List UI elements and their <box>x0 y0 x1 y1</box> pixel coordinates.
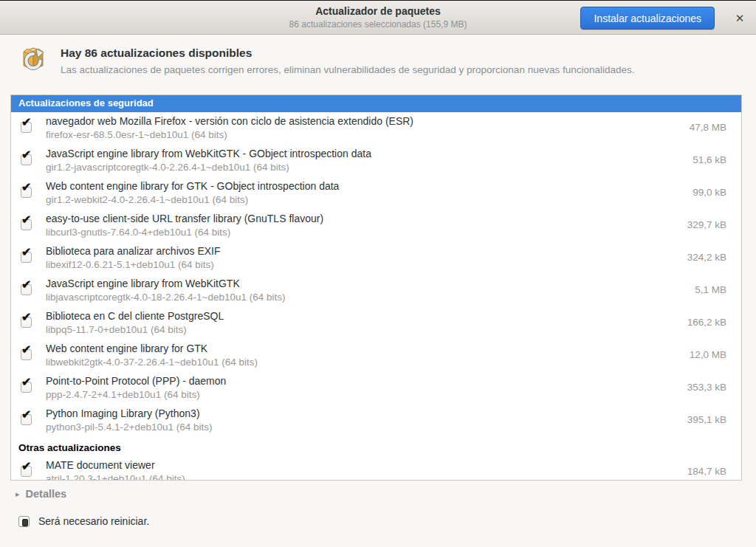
package-texts: Point-to-Point Protocol (PPP) - daemonpp… <box>46 375 660 400</box>
package-version: libcurl3-gnutls-7.64.0-4+deb10u1 (64 bit… <box>46 227 660 238</box>
package-version: libexif12-0.6.21-5.1+deb10u1 (64 bits) <box>46 259 660 270</box>
package-summary: Web content engine library for GTK <box>46 343 660 354</box>
update-checkbox[interactable]: ✔ <box>21 349 32 360</box>
details-label: Detalles <box>26 488 67 500</box>
package-version: ppp-2.4.7-2+4.1+deb10u1 (64 bits) <box>46 389 660 400</box>
package-size: 395,1 kB <box>687 414 726 425</box>
checkmark-icon: ✔ <box>21 182 31 193</box>
checkmark-icon: ✔ <box>21 344 31 356</box>
update-checkbox[interactable]: ✔ <box>21 284 32 295</box>
update-row[interactable]: ✔JavaScript engine library from WebKitGT… <box>11 275 741 307</box>
package-version: libpq5-11.7-0+deb10u1 (64 bits) <box>46 324 660 335</box>
package-texts: easy-to-use client-side URL transfer lib… <box>46 213 660 238</box>
updates-list: Actualizaciones de seguridad✔navegador w… <box>10 94 742 481</box>
update-checkbox[interactable]: ✔ <box>21 154 32 165</box>
update-row[interactable]: ✔Biblioteca para analizar archivos EXIFl… <box>11 242 741 275</box>
section-header: Actualizaciones de seguridad <box>11 95 741 112</box>
section-header: Otras actualizaciones <box>11 437 741 456</box>
package-version: libwebkit2gtk-4.0-37-2.26.4-1~deb10u1 (6… <box>46 357 660 368</box>
restart-notice-row: Será necesario reiniciar. <box>18 515 149 527</box>
intro-header: Hay 86 actualizaciones disponibles Las a… <box>18 45 635 76</box>
checkmark-icon: ✔ <box>21 117 31 128</box>
checkmark-icon: ✔ <box>21 279 31 291</box>
package-summary: Point-to-Point Protocol (PPP) - daemon <box>46 375 660 387</box>
update-checkbox[interactable]: ✔ <box>21 252 32 263</box>
package-size: 184,7 kB <box>687 466 726 477</box>
package-version: python3-pil-5.4.1-2+deb10u1 (64 bits) <box>46 422 660 433</box>
package-summary: Python Imaging Library (Python3) <box>46 407 660 419</box>
package-size: 324,2 kB <box>687 252 726 263</box>
update-checkbox[interactable]: ✔ <box>21 187 32 198</box>
package-summary: Biblioteca en C del cliente PostgreSQL <box>46 310 660 322</box>
package-version: atril-1.20.3-1+deb10u1 (64 bits) <box>46 473 660 481</box>
package-size: 353,3 kB <box>687 382 726 393</box>
titlebar: Actualizador de paquetes 86 actualizacio… <box>0 0 756 35</box>
package-version: firefox-esr-68.5.0esr-1~deb10u1 (64 bits… <box>46 129 660 140</box>
package-texts: MATE document vieweratril-1.20.3-1+deb10… <box>46 459 660 481</box>
package-summary: easy-to-use client-side URL transfer lib… <box>46 213 660 224</box>
package-texts: navegador web Mozilla Firefox - versión … <box>46 115 660 140</box>
update-checkbox[interactable]: ✔ <box>21 466 32 477</box>
package-size: 99,0 kB <box>693 187 726 198</box>
package-size: 329,7 kB <box>687 219 726 230</box>
update-checkbox[interactable]: ✔ <box>21 382 32 393</box>
package-texts: Biblioteca en C del cliente PostgreSQLli… <box>46 310 660 335</box>
update-row[interactable]: ✔MATE document vieweratril-1.20.3-1+deb1… <box>11 456 741 481</box>
package-summary: navegador web Mozilla Firefox - versión … <box>46 115 660 127</box>
package-summary: Biblioteca para analizar archivos EXIF <box>46 245 660 257</box>
package-size: 166,2 kB <box>687 317 726 328</box>
checkmark-icon: ✔ <box>21 376 31 388</box>
update-row[interactable]: ✔Web content engine library for GTKlibwe… <box>11 340 741 372</box>
close-icon: ✕ <box>735 12 745 24</box>
package-version: gir1.2-javascriptcoregtk-4.0-2.26.4-1~de… <box>46 162 660 173</box>
package-summary: JavaScript engine library from WebKitGTK… <box>46 148 660 159</box>
restart-required-icon <box>18 516 30 527</box>
update-checkbox[interactable]: ✔ <box>21 219 32 230</box>
package-size: 51,6 kB <box>693 154 726 165</box>
package-texts: JavaScript engine library from WebKitGTK… <box>46 148 660 173</box>
checkmark-icon: ✔ <box>21 461 31 472</box>
package-summary: Web content engine library for GTK - GOb… <box>46 180 660 192</box>
checkmark-icon: ✔ <box>21 214 31 226</box>
update-row[interactable]: ✔easy-to-use client-side URL transfer li… <box>11 210 741 242</box>
package-texts: Biblioteca para analizar archivos EXIFli… <box>46 245 660 270</box>
package-texts: JavaScript engine library from WebKitGTK… <box>46 278 660 303</box>
updates-description: Las actualizaciones de paquetes corrigen… <box>61 64 635 75</box>
restart-notice: Será necesario reiniciar. <box>38 515 149 527</box>
checkmark-icon: ✔ <box>21 312 31 323</box>
package-version: libjavascriptcoregtk-4.0-18-2.26.4-1~deb… <box>46 292 660 303</box>
package-summary: JavaScript engine library from WebKitGTK <box>46 278 660 289</box>
update-checkbox[interactable]: ✔ <box>21 122 32 133</box>
update-row[interactable]: ✔JavaScript engine library from WebKitGT… <box>11 145 741 177</box>
package-size: 5,1 MB <box>695 284 726 295</box>
update-row[interactable]: ✔Python Imaging Library (Python3)python3… <box>11 405 741 437</box>
update-row[interactable]: ✔Point-to-Point Protocol (PPP) - daemonp… <box>11 372 741 405</box>
expander-arrow-icon: ▸ <box>16 489 20 499</box>
package-texts: Web content engine library for GTK - GOb… <box>46 180 660 205</box>
package-size: 47,8 MB <box>690 122 726 133</box>
update-row[interactable]: ✔Biblioteca en C del cliente PostgreSQLl… <box>11 307 741 340</box>
package-version: gir1.2-webkit2-4.0-2.26.4-1~deb10u1 (64 … <box>46 194 660 205</box>
intro-text: Hay 86 actualizaciones disponibles Las a… <box>61 47 635 75</box>
package-texts: Python Imaging Library (Python3)python3-… <box>46 407 660 433</box>
checkmark-icon: ✔ <box>21 409 31 421</box>
checkmark-icon: ✔ <box>21 247 31 258</box>
package-summary: MATE document viewer <box>46 459 660 471</box>
update-row[interactable]: ✔navegador web Mozilla Firefox - versión… <box>11 112 741 145</box>
close-button[interactable]: ✕ <box>730 9 749 28</box>
update-checkbox[interactable]: ✔ <box>21 414 32 425</box>
details-expander[interactable]: ▸ Detalles <box>16 488 66 500</box>
package-texts: Web content engine library for GTKlibweb… <box>46 343 660 368</box>
update-checkbox[interactable]: ✔ <box>21 317 32 328</box>
package-size: 12,0 MB <box>690 349 726 360</box>
update-row[interactable]: ✔Web content engine library for GTK - GO… <box>11 177 741 210</box>
updates-available-heading: Hay 86 actualizaciones disponibles <box>61 47 635 60</box>
software-update-icon <box>18 45 48 76</box>
install-updates-button[interactable]: Instalar actualizaciones <box>580 7 715 30</box>
checkmark-icon: ✔ <box>21 149 31 161</box>
